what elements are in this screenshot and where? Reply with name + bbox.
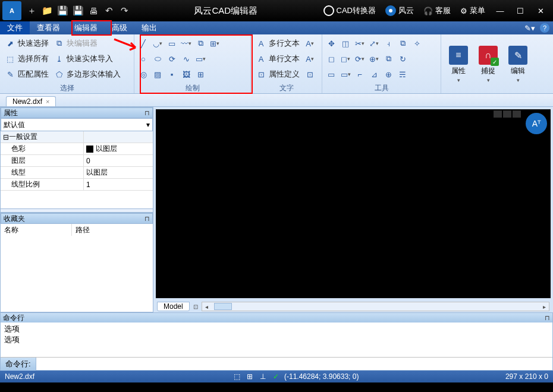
table-icon[interactable]: ⊞ [194, 68, 207, 81]
default-combo[interactable]: 默认值▾ [1, 118, 153, 131]
tool9-icon[interactable]: ⌐ [353, 68, 366, 81]
pin-icon[interactable]: ⊓ [144, 109, 150, 117]
menu-output[interactable]: 输出 [134, 21, 164, 34]
pin-icon[interactable]: ⊓ [144, 215, 150, 223]
close-button[interactable]: ✕ [532, 7, 549, 15]
status-icon2[interactable]: ⊞ [245, 372, 254, 381]
rect-icon[interactable]: ▭ [165, 37, 178, 50]
prop-value-layer[interactable]: 0 [84, 155, 153, 166]
tool4-icon[interactable]: ⊕▾ [367, 52, 381, 65]
point-icon[interactable]: ▪ [165, 68, 178, 81]
mtext-button[interactable]: A多行文本 [253, 37, 302, 49]
status-icon1[interactable]: ⬚ [232, 372, 241, 381]
stext-button[interactable]: A单行文本 [253, 53, 302, 65]
brand-link[interactable]: 风云 [382, 5, 417, 16]
translate-badge-icon[interactable]: Aᵀ [526, 113, 547, 134]
tool8-icon[interactable]: ▭▾ [339, 68, 352, 81]
tool5-icon[interactable]: ⧉ [382, 52, 395, 65]
prop-value-lscale[interactable]: 1 [84, 179, 153, 190]
dropdown-icon[interactable]: ▭▾ [194, 52, 207, 65]
command-input[interactable] [36, 358, 552, 370]
pen-icon[interactable]: ✎▾ [524, 24, 535, 33]
menu-viewer[interactable]: 查看器 [30, 21, 67, 34]
drawing-canvas[interactable]: Aᵀ [156, 109, 551, 298]
tool1-icon[interactable]: ◻ [325, 52, 338, 65]
block-editor-button[interactable]: ⧉块编辑器 [51, 37, 100, 49]
fav-col-name[interactable]: 名称 [1, 224, 72, 236]
align-icon[interactable]: ⫞ [382, 37, 395, 50]
minimize-button[interactable]: — [491, 7, 509, 15]
open-icon[interactable]: 📁 [39, 3, 55, 18]
print-icon[interactable]: 🖶 [86, 3, 101, 18]
move-icon[interactable]: ✥ [325, 37, 338, 50]
mirror-icon[interactable]: ◫ [339, 37, 352, 50]
tool2-icon[interactable]: ◻▾ [339, 52, 352, 65]
status-icon3[interactable]: ⊥ [258, 372, 268, 381]
pin-icon[interactable]: ⊓ [545, 314, 550, 322]
scroll-right-icon[interactable]: ▸ [539, 304, 549, 310]
scale-icon[interactable]: ⤢▾ [367, 37, 381, 50]
prop-value-color[interactable]: 以图层 [84, 143, 153, 154]
support-link[interactable]: 🎧客服 [420, 5, 454, 16]
fast-import-button[interactable]: ⤓快速实体导入 [51, 53, 115, 65]
menu-advanced[interactable]: 高级 [105, 21, 134, 34]
fav-col-path[interactable]: 路径 [72, 224, 93, 236]
array-icon[interactable]: ⊞▾ [208, 37, 221, 50]
canvas-min-icon[interactable] [494, 110, 502, 118]
polyline-icon[interactable]: 〰▾ [180, 37, 193, 50]
status-icon4[interactable]: ✓ [271, 372, 281, 381]
quick-select-button[interactable]: ⬈快速选择 [2, 37, 51, 49]
match-props-button[interactable]: ✎匹配属性 [2, 68, 51, 80]
tool7-icon[interactable]: ▭ [325, 68, 338, 81]
spline-icon[interactable]: ∿ [180, 52, 193, 65]
explode-icon[interactable]: ✧ [410, 37, 423, 50]
text-dd-icon[interactable]: A▾ [303, 37, 316, 50]
circle-icon[interactable]: ○ [137, 52, 150, 65]
prop-category[interactable]: ⊟ 一般设置 [1, 131, 84, 143]
model-tab[interactable]: Model [157, 302, 190, 311]
undo-icon[interactable]: ↶ [101, 3, 117, 18]
tab-close-icon[interactable]: × [46, 98, 49, 105]
tool6-icon[interactable]: ↻ [396, 52, 409, 65]
menu-editor[interactable]: 编辑器 [67, 21, 105, 34]
arc-icon[interactable]: ◡▾ [151, 37, 164, 50]
menu-link[interactable]: ⚙菜单 [457, 5, 489, 16]
text-dd2-icon[interactable]: A▾ [303, 52, 316, 65]
saveas-icon[interactable]: 💾 [70, 3, 86, 18]
line-icon[interactable]: ╱ [137, 37, 150, 50]
h-scrollbar[interactable]: ◂ ▸ [202, 302, 549, 311]
save-icon[interactable]: 💾 [55, 3, 70, 18]
hatch-icon[interactable]: ▨ [151, 68, 164, 81]
prop-value-ltype[interactable]: 以图层 [84, 167, 153, 178]
text-dd3-icon[interactable]: ⊡ [303, 68, 316, 81]
image-icon[interactable]: 🖼 [180, 68, 193, 81]
snap-big-button[interactable]: ∩ 捕捉▾ [473, 36, 503, 93]
maximize-button[interactable]: ☐ [511, 7, 529, 15]
props-big-button[interactable]: ≡ 属性▾ [444, 36, 473, 93]
scroll-left-icon[interactable]: ◂ [202, 304, 212, 310]
trim-icon[interactable]: ✂▾ [353, 37, 366, 50]
select-all-button[interactable]: ⬚选择所有 [2, 53, 51, 65]
tool11-icon[interactable]: ⊕ [382, 68, 395, 81]
tool10-icon[interactable]: ⊿ [367, 68, 381, 81]
prop-key: 线型比例 [1, 179, 84, 190]
menu-file[interactable]: 文件 [0, 21, 30, 34]
canvas-max-icon[interactable] [503, 110, 511, 118]
tab-dropdown-icon[interactable]: ⊡ [193, 304, 198, 310]
group-icon[interactable]: ⧉ [396, 37, 409, 50]
tool12-icon[interactable]: ☴ [396, 68, 409, 81]
redo-icon[interactable]: ↷ [117, 3, 132, 18]
tool3-icon[interactable]: ⟳▾ [353, 52, 366, 65]
new-icon[interactable]: ＋ [24, 3, 39, 18]
rotate-icon[interactable]: ⟳ [165, 52, 178, 65]
canvas-close-icon[interactable] [513, 110, 521, 118]
edit-big-button[interactable]: ✎ 编辑▾ [503, 36, 533, 93]
polygon-input-button[interactable]: ⬠多边形实体输入 [51, 68, 123, 80]
cad-converter-link[interactable]: CAD转换器 [320, 5, 379, 16]
copy-icon[interactable]: ⧉ [194, 37, 207, 50]
ellipse-icon[interactable]: ⬭ [151, 52, 164, 65]
ring-icon[interactable]: ◎ [137, 68, 150, 81]
document-tab[interactable]: New2.dxf × [6, 96, 56, 106]
attdef-button[interactable]: ⊡属性定义 [253, 68, 302, 80]
help-icon[interactable]: ? [540, 23, 549, 33]
